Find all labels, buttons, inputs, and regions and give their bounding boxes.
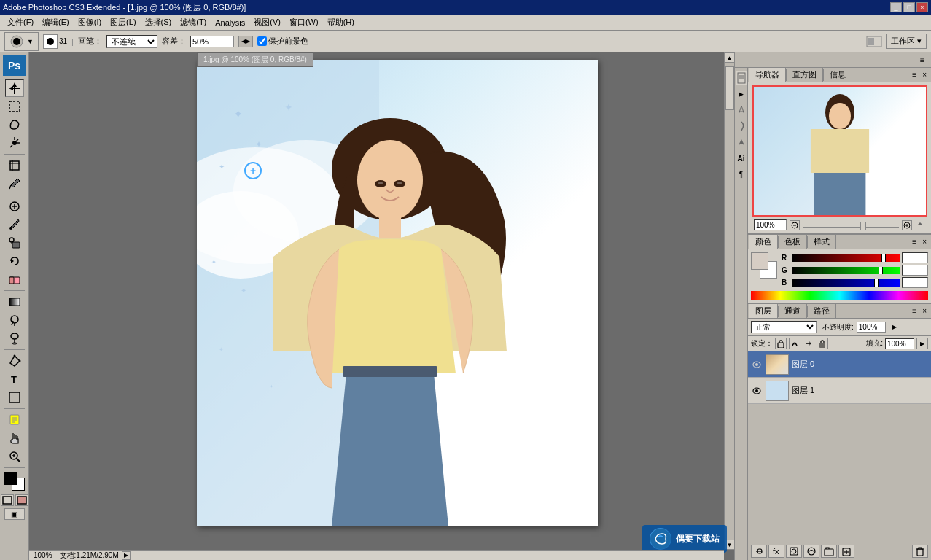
brush-tool[interactable]	[5, 216, 24, 233]
menu-edit[interactable]: 编辑(E)	[38, 15, 74, 29]
shape-tool[interactable]	[5, 389, 24, 406]
create-new-layer-btn[interactable]	[838, 545, 854, 558]
crop-tool[interactable]	[5, 157, 24, 174]
color-panel-menu[interactable]: ≡	[909, 236, 919, 247]
lock-transparent-btn[interactable]	[775, 338, 787, 349]
r-slider-thumb[interactable]	[881, 254, 886, 262]
fill-arrow-btn[interactable]: ▶	[916, 338, 928, 349]
g-slider-container[interactable]	[792, 267, 900, 274]
scroll-up-btn[interactable]: ▲	[725, 52, 735, 63]
tolerance-slider[interactable]: ◀▶	[238, 36, 253, 47]
create-adjustment-btn[interactable]	[803, 545, 819, 558]
r-slider-container[interactable]	[792, 254, 900, 262]
text-tool[interactable]: T	[5, 370, 24, 388]
eraser-tool[interactable]	[5, 271, 24, 288]
add-layer-style-btn[interactable]: fx	[768, 545, 784, 558]
layers-panel-menu[interactable]: ≡	[909, 306, 919, 316]
maximize-button[interactable]: □	[903, 2, 915, 12]
mode-select[interactable]: 不连续 连续 查找边缘	[106, 35, 157, 48]
menu-analysis[interactable]: Analysis	[211, 17, 249, 28]
lock-all-btn[interactable]	[817, 338, 828, 349]
pen-tool[interactable]	[5, 352, 24, 370]
zoom-tool[interactable]	[5, 448, 24, 465]
color-panel-close[interactable]: ×	[919, 236, 930, 247]
menu-window[interactable]: 窗口(W)	[285, 15, 323, 29]
scroll-thumb-vertical[interactable]	[725, 66, 734, 110]
layer-item-1[interactable]: 图层 1	[748, 378, 931, 404]
layers-panel-close[interactable]: ×	[919, 306, 930, 316]
blend-mode-select[interactable]: 正常 溶解 正片叠底	[751, 321, 817, 333]
tab-channels[interactable]: 通道	[779, 304, 807, 318]
eyedropper-tool[interactable]	[5, 175, 24, 192]
nav-zoom-slider[interactable]	[803, 222, 899, 228]
close-button[interactable]: ×	[916, 2, 928, 12]
blur-tool[interactable]	[5, 311, 24, 329]
fill-input[interactable]	[885, 338, 914, 349]
magic-wand-tool[interactable]	[5, 134, 24, 152]
side-btn-ai[interactable]: Ai	[736, 151, 747, 166]
lasso-tool[interactable]	[5, 116, 24, 133]
side-btn-1[interactable]	[736, 71, 747, 85]
side-btn-3[interactable]	[736, 103, 747, 117]
opacity-arrow-btn[interactable]: ▶	[889, 322, 900, 333]
layer1-visibility-btn[interactable]	[751, 385, 763, 397]
history-brush-tool[interactable]	[5, 252, 24, 270]
nav-zoom-max-btn[interactable]	[915, 220, 925, 230]
g-value-input[interactable]: 205	[902, 265, 928, 276]
nav-zoom-input[interactable]	[754, 219, 787, 230]
tab-styles[interactable]: 样式	[808, 235, 836, 249]
tab-paths[interactable]: 路径	[808, 304, 836, 318]
menu-view[interactable]: 视图(V)	[249, 15, 285, 29]
scroll-track-vertical[interactable]	[725, 63, 735, 540]
r-value-input[interactable]: 214	[902, 252, 928, 263]
color-spectrum-bar[interactable]	[751, 291, 928, 300]
menu-file[interactable]: 文件(F)	[3, 15, 38, 29]
b-slider-container[interactable]	[792, 279, 900, 287]
selection-rect-tool[interactable]	[5, 98, 24, 115]
add-mask-btn[interactable]	[786, 545, 802, 558]
opacity-input[interactable]	[857, 322, 886, 332]
clone-stamp-tool[interactable]	[5, 234, 24, 252]
workspace-button[interactable]: 工作区 ▾	[886, 34, 927, 49]
foreground-color-swatch[interactable]	[4, 472, 17, 485]
tab-info[interactable]: 信息	[824, 68, 852, 82]
quick-mask-btn[interactable]	[15, 494, 28, 506]
lock-pixels-btn[interactable]	[789, 338, 800, 349]
side-btn-5[interactable]	[736, 135, 747, 149]
create-group-btn[interactable]	[821, 545, 837, 558]
tolerance-input[interactable]	[190, 36, 234, 47]
lock-position-btn[interactable]	[803, 338, 814, 349]
nav-zoom-thumb[interactable]	[860, 222, 866, 230]
tab-navigator[interactable]: 导航器	[749, 68, 786, 82]
tab-layers[interactable]: 图层	[749, 304, 778, 318]
layer0-visibility-btn[interactable]	[751, 359, 763, 370]
hand-tool[interactable]	[5, 429, 24, 447]
side-btn-quote[interactable]: ¶	[736, 167, 747, 182]
b-value-input[interactable]: 196	[902, 277, 928, 288]
vertical-scrollbar[interactable]: ▲ ▼	[724, 52, 734, 550]
menu-image[interactable]: 图像(I)	[74, 15, 106, 29]
panel-collapse-all-btn[interactable]: ≡	[916, 54, 928, 66]
layer-link-btn[interactable]	[751, 545, 767, 558]
tab-histogram[interactable]: 直方图	[787, 68, 823, 82]
tool-preset-picker[interactable]: ▼	[4, 32, 39, 51]
move-tool[interactable]	[5, 79, 24, 97]
screen-mode-btn[interactable]: ▣	[4, 508, 25, 520]
menu-select[interactable]: 选择(S)	[141, 15, 176, 29]
navigator-panel-menu[interactable]: ≡	[909, 69, 919, 80]
b-slider-thumb[interactable]	[874, 279, 879, 287]
standard-mode-btn[interactable]	[1, 494, 14, 506]
g-slider-thumb[interactable]	[879, 267, 883, 274]
protect-fg-checkbox[interactable]	[257, 36, 267, 46]
fg-color-display[interactable]	[751, 252, 768, 270]
brush-preview[interactable]	[43, 34, 58, 49]
zoom-in-icon[interactable]	[902, 220, 912, 230]
file-info-btn[interactable]: ▶	[122, 551, 131, 560]
side-btn-4[interactable]	[736, 119, 747, 133]
dodge-tool[interactable]	[5, 330, 24, 347]
gradient-tool[interactable]	[5, 293, 24, 311]
navigator-close-btn[interactable]: ×	[919, 69, 930, 80]
menu-layer[interactable]: 图层(L)	[106, 15, 140, 29]
notes-tool[interactable]	[5, 411, 24, 429]
tab-color[interactable]: 颜色	[749, 235, 778, 249]
